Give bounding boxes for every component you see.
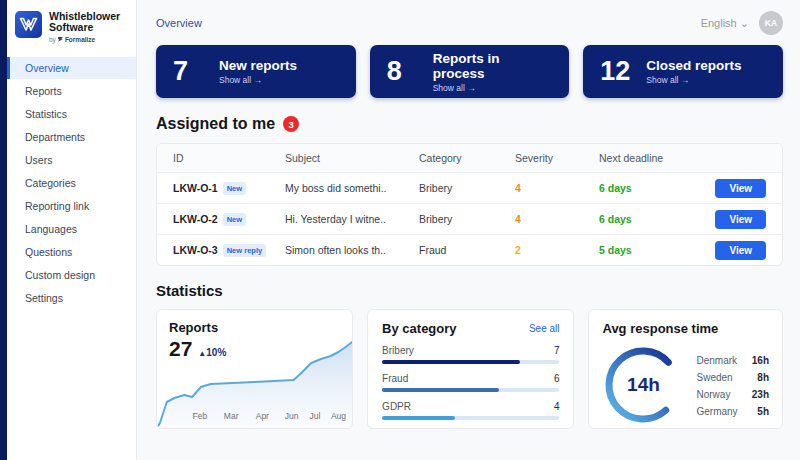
stat-value: 7: [173, 56, 207, 87]
assigned-count-badge: 3: [283, 116, 299, 132]
response-gauge: 14h: [602, 344, 684, 426]
category-bar-bribery: Bribery 7: [382, 345, 559, 364]
country-row: Sweden 8h: [696, 372, 769, 383]
sidebar-item-questions[interactable]: Questions: [7, 241, 136, 263]
category-bar-fraud: Fraud 6: [382, 373, 559, 392]
reports-chart-card: Reports 27 ▲10% Feb Mar Ap: [156, 309, 353, 429]
gauge-center-value: 14h: [602, 344, 684, 426]
stat-card-reports-in-process[interactable]: 8 Reports in process Show all →: [370, 45, 570, 98]
left-accent-rail: [0, 0, 7, 460]
by-category-card: By category See all Bribery 7 Fraud 6: [367, 309, 574, 429]
assigned-table: ID Subject Category Severity Next deadli…: [156, 143, 783, 266]
report-severity: 2: [515, 244, 599, 256]
report-subject: Hi. Yesterday I witne..: [285, 213, 419, 225]
reports-delta: ▲10%: [198, 347, 226, 358]
response-country-list: Denmark 16h Sweden 8h Norway 23h Germany…: [696, 355, 769, 417]
report-deadline: 6 days: [599, 213, 709, 225]
language-dropdown[interactable]: English ⌄: [701, 17, 749, 30]
view-button[interactable]: View: [715, 241, 766, 260]
assigned-title: Assigned to me: [156, 115, 275, 133]
report-id: LKW-O-1: [173, 182, 218, 194]
report-category: Bribery: [419, 182, 515, 194]
topbar: Overview English ⌄ KA: [156, 10, 783, 36]
view-button[interactable]: View: [715, 179, 766, 198]
see-all-link[interactable]: See all: [529, 323, 560, 334]
show-all-link[interactable]: Show all →: [219, 75, 297, 85]
stat-card-new-reports[interactable]: 7 New reports Show all →: [156, 45, 356, 98]
col-category: Category: [419, 152, 515, 164]
table-row[interactable]: LKW-O-3 New reply Simon often looks th..…: [157, 234, 782, 265]
stat-label: Closed reports: [646, 58, 741, 73]
report-subject: My boss did somethi..: [285, 182, 419, 194]
sidebar-item-categories[interactable]: Categories: [7, 172, 136, 194]
brand-name: WhistleblowerSoftware: [49, 11, 120, 34]
reports-chart-title: Reports: [169, 320, 340, 335]
bar-label: Fraud: [382, 373, 408, 384]
avg-response-title: Avg response time: [602, 321, 769, 336]
bar-value: 7: [554, 345, 560, 356]
sidebar-item-languages[interactable]: Languages: [7, 218, 136, 240]
sidebar: WhistleblowerSoftware by Formalize Overv…: [7, 0, 137, 460]
country-row: Germany 5h: [696, 406, 769, 417]
sidebar-item-reports[interactable]: Reports: [7, 80, 136, 102]
formalize-icon: [58, 37, 63, 42]
stat-card-closed-reports[interactable]: 12 Closed reports Show all →: [583, 45, 783, 98]
stat-value: 12: [600, 56, 634, 87]
view-button[interactable]: View: [715, 210, 766, 229]
breadcrumb[interactable]: Overview: [156, 17, 202, 29]
whistleblower-logo-icon: [15, 11, 42, 38]
stat-label: Reports in process: [433, 51, 553, 81]
col-deadline: Next deadline: [599, 152, 709, 164]
sidebar-item-statistics[interactable]: Statistics: [7, 103, 136, 125]
col-id: ID: [173, 152, 285, 164]
sidebar-item-reporting-link[interactable]: Reporting link: [7, 195, 136, 217]
table-row[interactable]: LKW-O-2 New Hi. Yesterday I witne.. Brib…: [157, 203, 782, 234]
report-severity: 4: [515, 213, 599, 225]
status-tag: New: [223, 213, 246, 226]
brand-block[interactable]: WhistleblowerSoftware by Formalize: [7, 0, 136, 55]
x-axis-labels: Feb Mar Apr Jun Jul Aug: [157, 411, 352, 421]
report-category: Fraud: [419, 244, 515, 256]
sidebar-item-overview[interactable]: Overview: [7, 57, 136, 79]
status-tag: New: [223, 182, 246, 195]
category-bar-gdpr: GDPR 4: [382, 401, 559, 420]
sidebar-item-departments[interactable]: Departments: [7, 126, 136, 148]
bar-value: 4: [554, 401, 560, 412]
avg-response-card: Avg response time 14h: [588, 309, 783, 429]
report-deadline: 5 days: [599, 244, 709, 256]
bar-label: Bribery: [382, 345, 414, 356]
by-category-title: By category: [382, 321, 456, 336]
report-id: LKW-O-2: [173, 213, 218, 225]
brand-byline: by Formalize: [49, 36, 120, 43]
col-subject: Subject: [285, 152, 419, 164]
country-row: Denmark 16h: [696, 355, 769, 366]
table-header: ID Subject Category Severity Next deadli…: [157, 144, 782, 172]
bar-value: 6: [554, 373, 560, 384]
table-row[interactable]: LKW-O-1 New My boss did somethi.. Briber…: [157, 172, 782, 203]
main-content: Overview English ⌄ KA 7 New reports Show…: [138, 0, 800, 460]
report-category: Bribery: [419, 213, 515, 225]
status-tag: New reply: [223, 244, 266, 257]
report-severity: 4: [515, 182, 599, 194]
sidebar-item-settings[interactable]: Settings: [7, 287, 136, 309]
country-row: Norway 23h: [696, 389, 769, 400]
report-subject: Simon often looks th..: [285, 244, 419, 256]
show-all-link[interactable]: Show all →: [433, 83, 553, 93]
col-severity: Severity: [515, 152, 599, 164]
statistics-title: Statistics: [156, 282, 783, 299]
sidebar-item-custom-design[interactable]: Custom design: [7, 264, 136, 286]
stat-value: 8: [387, 56, 421, 87]
stat-cards-row: 7 New reports Show all → 8 Reports in pr…: [156, 45, 783, 98]
report-id: LKW-O-3: [173, 244, 218, 256]
bar-label: GDPR: [382, 401, 411, 412]
avatar[interactable]: KA: [759, 11, 783, 35]
charts-row: Reports 27 ▲10% Feb Mar Ap: [156, 309, 783, 429]
sidebar-item-users[interactable]: Users: [7, 149, 136, 171]
stat-label: New reports: [219, 58, 297, 73]
reports-total: 27: [169, 337, 192, 361]
report-deadline: 6 days: [599, 182, 709, 194]
show-all-link[interactable]: Show all →: [646, 75, 741, 85]
sidebar-nav: Overview Reports Statistics Departments …: [7, 57, 136, 309]
